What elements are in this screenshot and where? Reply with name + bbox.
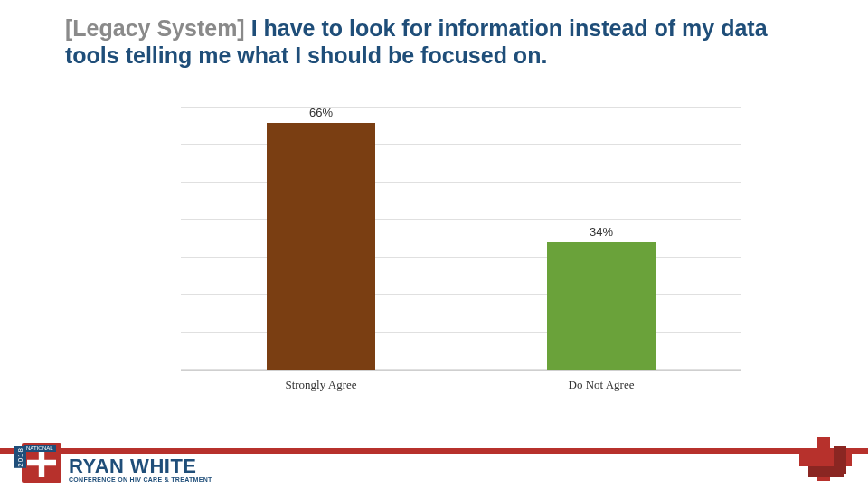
logo-national-tag: NATIONAL xyxy=(24,445,56,452)
x-axis-label: Do Not Agree xyxy=(461,378,741,392)
bar-chart: 66% 34% Strongly Agree Do Not Agree xyxy=(181,108,741,407)
bar-do-not-agree xyxy=(547,242,656,370)
slide-title: [Legacy System] I have to look for infor… xyxy=(65,14,807,69)
bar-group-strongly-agree: 66% xyxy=(181,106,461,370)
logo-year-tag: 2018 xyxy=(14,446,26,468)
conference-logo: NATIONAL 2018 RYAN WHITE CONFERENCE ON H… xyxy=(22,443,212,483)
bar-value-label: 34% xyxy=(590,225,613,239)
x-axis-labels: Strongly Agree Do Not Agree xyxy=(181,371,741,399)
x-axis-label: Strongly Agree xyxy=(181,378,461,392)
bar-group-do-not-agree: 34% xyxy=(461,225,741,370)
footer: NATIONAL 2018 RYAN WHITE CONFERENCE ON H… xyxy=(0,432,868,488)
title-prefix: [Legacy System] xyxy=(65,15,245,41)
corner-cross-icon xyxy=(799,437,852,481)
plot-area: 66% 34% xyxy=(181,108,741,371)
logo-sub-text: CONFERENCE ON HIV CARE & TREATMENT xyxy=(69,476,212,483)
logo-text: RYAN WHITE CONFERENCE ON HIV CARE & TREA… xyxy=(69,456,212,483)
bar-strongly-agree xyxy=(267,123,375,370)
bar-value-label: 66% xyxy=(309,106,333,119)
slide: [Legacy System] I have to look for infor… xyxy=(0,0,868,488)
logo-main-text: RYAN WHITE xyxy=(69,456,212,476)
logo-cross-icon: NATIONAL 2018 xyxy=(22,443,61,483)
